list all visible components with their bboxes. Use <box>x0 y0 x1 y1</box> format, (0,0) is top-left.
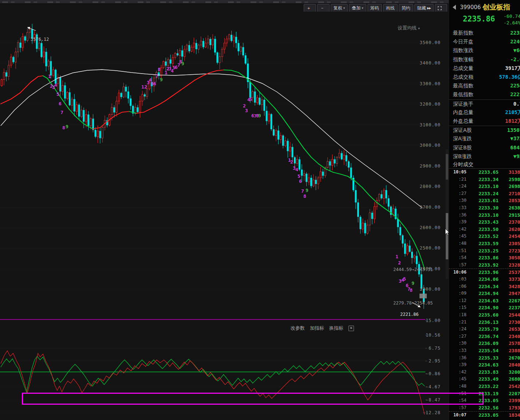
tick-price: 2233.83 <box>476 369 499 375</box>
fullscreen-icon <box>438 6 442 10</box>
tick-price: 2233.05 <box>476 412 499 418</box>
tick-price: 2233.30 <box>476 205 499 211</box>
tick-volume: 2853 <box>509 198 520 203</box>
tick-volume: 2578 <box>509 341 520 346</box>
tick-volume: 3200 <box>509 369 520 375</box>
stat-label: 最低指数 <box>453 91 473 98</box>
tick-time: :42 <box>451 227 466 232</box>
tick-price: 2234.94 <box>476 291 499 296</box>
stat-value: 2235 <box>510 30 520 36</box>
tick-row: :362235.332670 <box>449 354 520 362</box>
stat-row: 总成交额578.36亿 <box>449 73 520 82</box>
price-tick-label: 3500.00 <box>419 40 441 45</box>
indicator-tick-label: -4.67 <box>419 384 441 389</box>
indicator-panel-menu: 改参数加指标换指标✕ <box>291 325 354 331</box>
drawn-rectangle-annotation[interactable] <box>22 393 484 405</box>
tick-row: :032234.063373 <box>449 276 520 283</box>
scrollbar-segment[interactable] <box>446 154 448 180</box>
td-sequential-count: 8 <box>62 125 65 130</box>
stat-label: 总成交额 <box>453 74 473 81</box>
tick-price: 2233.10 <box>476 212 499 218</box>
fast-forward-icon: ▶▶ <box>427 5 431 11</box>
stat-label: 内盘总量 <box>453 109 473 116</box>
tick-price: 2233.50 <box>476 227 499 232</box>
indicator-tick-label: 15.00 <box>419 318 441 323</box>
overlay-button[interactable]: 叠加▾ <box>349 4 366 12</box>
td-sequential-count: 1 <box>395 254 398 259</box>
tick-time: 10:05 <box>451 169 466 174</box>
stat-value: 6848 <box>510 145 520 150</box>
chevron-down-icon: ▾ <box>362 5 363 11</box>
tick-time: :18 <box>451 312 466 317</box>
stat-label: 指数涨跌 <box>453 47 473 54</box>
ma-setting-dropdown[interactable]: 设置均线 ▾ <box>398 25 420 31</box>
tick-row: :182235.602544 <box>449 311 520 319</box>
tick-price: 2234.34 <box>476 284 499 289</box>
tick-time: :27 <box>451 334 466 339</box>
fullscreen-button[interactable] <box>435 4 447 12</box>
stat-value: 13507 <box>507 127 520 133</box>
td-sequential-count: 1 <box>48 74 51 79</box>
back-arrow-icon[interactable] <box>453 5 456 10</box>
tick-price: 2233.43 <box>476 219 499 225</box>
switch-indicator-button[interactable]: 换指标 <box>329 325 343 331</box>
td-sequential-count: 9 <box>306 188 308 193</box>
draw-line-button-label: 画线 <box>386 5 395 11</box>
tick-price: 2233.49 <box>476 376 499 382</box>
stat-row: 指数涨跌▼60 <box>449 46 520 55</box>
td-sequential-count: 8 <box>410 287 413 293</box>
stat-label: 指数涨幅 <box>453 56 473 63</box>
tick-volume: 2207 <box>509 391 520 396</box>
stat-row: 指数涨幅-2.6 <box>449 55 520 64</box>
td-sequential-count: 9 <box>411 280 414 286</box>
hide-button-label: 隐藏 <box>417 5 426 11</box>
ma-setting-label: 设置均线 <box>398 25 417 31</box>
tick-list-header: 分时成交 <box>453 161 473 168</box>
tick-time: :36 <box>451 212 466 217</box>
tick-price: 2233.92 <box>476 262 499 268</box>
change-params-button[interactable]: 改参数 <box>291 325 305 331</box>
price-tick-label: 2900.00 <box>419 164 441 169</box>
tick-list[interactable]: 10:052233.653138:212233.342598:242233.10… <box>449 169 520 420</box>
tick-volume: 2698 <box>509 184 520 189</box>
chip-distribution-button[interactable]: 筹码 <box>367 4 382 12</box>
tick-price: 2235.79 <box>476 326 499 332</box>
stat-value: 1812万 <box>505 118 520 125</box>
zoom-out-button[interactable]: － <box>317 4 330 12</box>
add-indicator-button[interactable]: 加指标 <box>310 325 324 331</box>
adjust-price-button-label: 复权 <box>334 5 342 11</box>
stock-name[interactable]: 创业板指 <box>482 3 510 12</box>
tick-volume: 2653 <box>509 326 520 332</box>
quote-header: 399006 创业板指 2235.86 -60.74 -2.64% <box>449 0 520 28</box>
kline-chart-area[interactable]: 3576.122444.59→2443.312279.78→2254.05222… <box>0 12 449 420</box>
td-sequential-count: 3 <box>245 108 248 113</box>
tick-row: :572233.922328 <box>449 262 520 269</box>
price-change: -60.74 <box>504 13 520 19</box>
hide-button[interactable]: 隐藏▶▶ <box>414 4 434 12</box>
scrollbar-thumb[interactable] <box>446 213 448 259</box>
draw-line-button[interactable]: 画线 <box>383 4 398 12</box>
chevron-down-icon: ▾ <box>418 27 420 30</box>
app-menu-bar[interactable] <box>0 0 520 4</box>
zoom-in-button[interactable]: ＋ <box>304 4 316 12</box>
tick-volume: 2544 <box>509 312 520 318</box>
zoom-in-button-label: ＋ <box>307 5 311 11</box>
tick-time: :42 <box>451 369 466 374</box>
tick-time: :33 <box>451 348 466 353</box>
tick-volume: 2638 <box>509 205 520 211</box>
tick-volume: 2537 <box>509 270 520 275</box>
price-tick-label: 3100.00 <box>419 122 441 127</box>
stat-row: 深证换手0.7 <box>449 99 520 109</box>
chevron-down-icon: ▾ <box>343 5 345 11</box>
stat-value: ▼60 <box>513 47 520 53</box>
chip-distribution-button-label: 筹码 <box>370 5 379 11</box>
tick-volume: 2730 <box>509 319 520 325</box>
tick-volume: 2370 <box>509 219 520 225</box>
close-indicator-icon[interactable]: ✕ <box>348 326 354 331</box>
stat-label: 最新指数 <box>453 30 473 36</box>
simple-mode-button[interactable]: 简约 <box>399 4 413 12</box>
stat-value: ▼92 <box>513 153 520 159</box>
mouse-cursor <box>445 229 450 236</box>
adjust-price-button[interactable]: 复权▾ <box>331 4 348 12</box>
trading-terminal: ＋－复权▾叠加▾筹码画线简约隐藏▶▶ 3576.122444.59→2443.3… <box>0 0 520 420</box>
